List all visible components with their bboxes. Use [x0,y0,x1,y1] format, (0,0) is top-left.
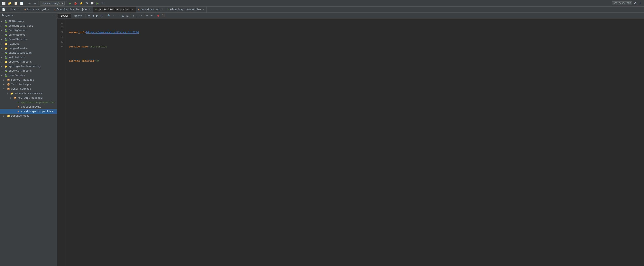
sidebar-item-apigateway[interactable]: ▶ 🍃 APIGateway [0,19,57,24]
toolbar-icon-2[interactable]: 📁 [7,1,12,5]
prev-diff-button[interactable]: ◀ [92,14,95,18]
code-url-1[interactable]: https://www.meetu-milktea.tk:8200 [86,31,139,34]
up-button[interactable]: ↑ [132,14,135,18]
tab-elasticapm[interactable]: ⊙ elasticapm.properties ✕ [166,7,207,13]
diff-button[interactable]: ⊞ [121,14,125,18]
sidebar-item-dependencies[interactable]: ▶ 📁 Dependencies [0,114,57,118]
code-val-2: userservice [89,45,107,48]
undo-button[interactable]: ↩ [28,1,32,5]
sidebar-item-eventservice[interactable]: ▶ 🍃 EventService [0,37,57,42]
forward-button[interactable]: ➡ [150,14,154,18]
back-button[interactable]: ⬅ [145,14,149,18]
sidebar-item-communityservice[interactable]: ▶ 🍃 CommunityService [0,24,57,28]
tab-bootstrap2-label: bootstrap.yml [141,8,160,11]
source-tab-button[interactable]: Source [58,14,71,18]
sidebar-item-eurekaserver[interactable]: ▶ 🍃 EurekaServer [0,33,57,37]
line-numbers: 1 2 3 4 5 6 [57,19,66,266]
line-num-1: 1 [60,21,63,25]
tab-bootstrap2[interactable]: ■ bootstrap.yml ✕ [136,7,166,13]
line-num-6: 6 [60,44,63,49]
toolbar-icon-3[interactable]: 📋 [13,1,18,5]
icon-communityservice: 🍃 [4,24,8,28]
icon-apigateway: 🍃 [4,20,8,23]
sidebar-minimize-button[interactable]: — [52,14,56,17]
tab-eventapp[interactable]: ☕ EventApplication.java ✕ [52,7,93,13]
tab-elasticapm-icon: ⊙ [168,8,169,11]
history-tab-button[interactable]: History [72,14,84,18]
icon-defaultpackage: 📦 [13,96,17,100]
config-select[interactable]: <default config> [40,1,64,6]
profile-button[interactable]: ⚡ [79,1,84,5]
icon-hongsaassets: 📁 [4,47,8,50]
sidebar-item-supercarpattern[interactable]: ▶ 🍃 SuperCarPattern [0,69,57,73]
run-button[interactable]: ▶ [68,1,72,5]
label-userservice: UserService [8,74,26,77]
sidebar-item-defaultpackage[interactable]: ▼ 📦 <default package> [0,96,57,100]
sidebar-item-appprops-file[interactable]: ⊙ application.properties [0,100,57,105]
toolbar-icon-end[interactable]: ⏸ [638,1,643,5]
right-button[interactable]: → [116,14,121,18]
tab-bootstrap1-close[interactable]: ✕ [48,8,50,11]
sidebar-item-srcmainresources[interactable]: ▼ 📁 src/main/resources [0,91,57,96]
debug-button[interactable]: 🐞 [73,1,78,5]
redo-button[interactable]: ↪ [32,1,36,5]
tab-ties[interactable]: 📄 ...ties ✕ [0,7,22,13]
sidebar-item-javastatedesign[interactable]: ▶ 🍃 JavaStateDesign [0,51,57,55]
stop-button[interactable]: ⏺ [156,14,160,18]
pause2-button[interactable]: ⬛ [161,14,166,18]
icon-othersources: 📦 [6,87,10,91]
arrow-defaultpackage: ▼ [10,97,13,99]
editor-toolbar-sep-2 [105,14,105,18]
sidebar-item-hongsaassets[interactable]: ▶ 📁 HongsaAssets [0,46,57,51]
editor-toolbar: Source History ⏮ ◀ ▶ ⏭ 🔍 ← → ⊞ ⊟ ↑ ↓ ↗ ⬅… [57,13,644,19]
sidebar-item-nullpattern[interactable]: ▶ 🍃 NullPattern [0,55,57,60]
toolbar-extra-1[interactable]: 🔲 [90,1,95,5]
sidebar-tree[interactable]: ▶ 🍃 APIGateway ▶ 🍃 CommunityService ▶ 🍃 … [0,19,57,266]
tab-ties-close[interactable]: ✕ [18,8,20,11]
code-val-3: 5m [96,60,99,63]
settings-button[interactable]: ⚙ [85,1,89,5]
next-diff-button[interactable]: ▶ [96,14,99,18]
sidebar-item-testpackages[interactable]: ▶ 📦 Test Packages [0,82,57,87]
sidebar-item-userservice[interactable]: ▼ 🍃 UserService [0,73,57,78]
label-configserver: ConfigServer [8,29,27,32]
sidebar-item-elasticapm-file[interactable]: ■ elasticapm.properties [0,109,57,114]
label-elasticapm-file: elasticapm.properties [21,110,53,113]
editor-toolbar-sep-5 [155,14,155,18]
sidebar-item-sourcepackages[interactable]: ▶ 📦 Source Packages [0,78,57,82]
tab-bootstrap1[interactable]: ■ bootstrap.yml ✕ [22,7,52,13]
arrow-othersources: ▼ [3,88,6,90]
last-diff-button[interactable]: ⏭ [100,14,104,18]
code-line-3: metrics_interval=5m [69,59,641,63]
toolbar-pause[interactable]: ⏸ [100,1,105,5]
tab-bootstrap2-close[interactable]: ✕ [161,8,163,11]
editor-toolbar-sep-1 [85,14,86,18]
gc-button[interactable]: ♻ [633,1,638,5]
first-diff-button[interactable]: ⏮ [87,14,91,18]
icon-javastatedesign: 🍃 [4,51,8,55]
toolbar-icon-4[interactable]: 📄 [19,1,24,5]
icon-observarpattern: 📁 [4,60,8,64]
down-button[interactable]: ↓ [136,14,138,18]
grid-button[interactable]: ⊟ [126,14,130,18]
search-button[interactable]: 🔍 [106,14,112,18]
move-right-button[interactable]: ↗ [139,14,143,18]
tab-appprops-close[interactable]: ✕ [132,8,134,11]
code-editor[interactable]: 1 2 3 4 5 6 server_url=https://www.meetu… [57,19,644,266]
tab-appprops[interactable]: ⊙ application.properties ✕ [93,7,136,13]
left-button[interactable]: ← [112,14,116,18]
tab-eventapp-close[interactable]: ✕ [89,8,91,11]
sidebar-item-configserver[interactable]: ▶ 🍃 ConfigServer [0,28,57,33]
sidebar-item-bootstrap-file[interactable]: ■ bootstrap.yml [0,105,57,109]
toolbar-icon-1[interactable]: ⬜ [1,1,6,5]
tab-elasticapm-close[interactable]: ✕ [202,8,205,11]
sidebar-item-highest[interactable]: ▶ 📁 highest [0,42,57,46]
label-supercarpattern: SuperCarPattern [8,70,32,72]
sidebar-item-othersources[interactable]: ▼ 📦 Other Sources [0,87,57,91]
editor-area: Source History ⏮ ◀ ▶ ⏭ 🔍 ← → ⊞ ⊟ ↑ ↓ ↗ ⬅… [57,13,644,266]
code-content[interactable]: server_url=https://www.meetu-milktea.tk:… [66,19,644,266]
icon-springcloudsecurity: 📁 [4,65,8,68]
toolbar-run-2[interactable]: ▶ [96,1,100,5]
sidebar-item-springcloudsecurity[interactable]: ▶ 📁 spring-cloud-security [0,64,57,69]
sidebar-item-observarpattern[interactable]: ▶ 📁 ObservarPattern [0,60,57,64]
